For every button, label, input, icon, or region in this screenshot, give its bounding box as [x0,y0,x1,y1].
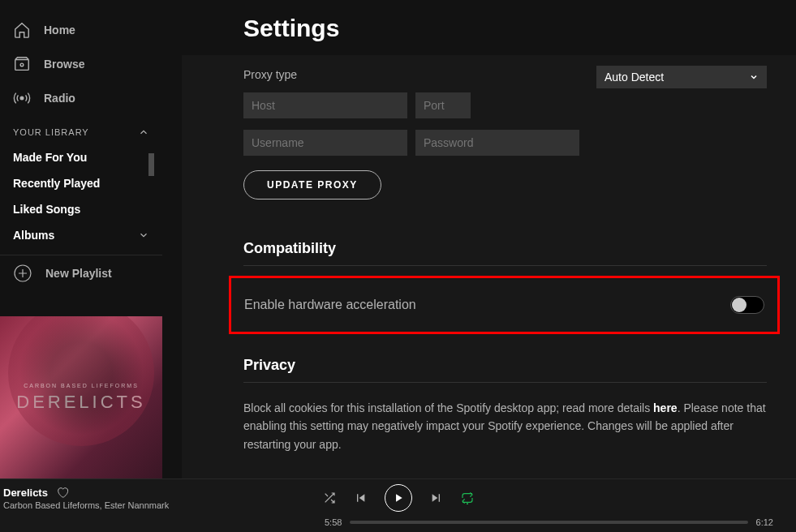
chevron-down-icon[interactable] [138,230,149,241]
chevron-up-icon[interactable] [138,127,149,138]
time-elapsed: 5:58 [325,517,342,527]
artist-name[interactable]: Carbon Based Lifeforms, Ester Nannmark [3,500,169,510]
browse-icon [13,55,31,73]
nav-label: Home [44,24,75,36]
page-title: Settings [243,15,339,42]
player-bar: Derelicts Carbon Based Lifeforms, Ester … [0,478,796,532]
nav-home[interactable]: Home [0,13,162,47]
time-total: 6:12 [756,517,773,527]
hardware-accel-label: Enable hardware acceleration [244,298,416,312]
settings-content: Proxy type Auto Detect UPDATE PROXY Comp… [182,55,796,478]
privacy-heading: Privacy [243,357,767,383]
host-input[interactable] [243,92,407,118]
username-input[interactable] [243,130,407,156]
lib-recently-played[interactable]: Recently Played [0,170,162,196]
plus-circle-icon [13,264,32,283]
next-button[interactable] [430,491,443,504]
lib-made-for-you[interactable]: Made For You [0,144,162,170]
lib-liked-songs[interactable]: Liked Songs [0,196,162,222]
privacy-here-link[interactable]: here [653,401,678,414]
svg-point-1 [20,63,24,66]
nav-label: Radio [44,92,75,105]
lib-albums[interactable]: Albums [0,222,162,248]
compatibility-heading: Compatibility [243,240,767,266]
svg-point-4 [467,503,468,504]
hardware-accel-row-highlighted: Enable hardware acceleration [229,276,780,334]
svg-point-2 [20,97,24,100]
privacy-description: Block all cookies for this installation … [243,399,767,453]
new-playlist-button[interactable]: New Playlist [0,255,162,291]
progress-row: 5:58 6:12 [325,517,773,527]
nav-radio[interactable]: Radio [0,81,162,115]
hardware-accel-toggle[interactable] [730,296,764,314]
port-input[interactable] [415,92,471,118]
repeat-button[interactable] [461,491,474,504]
radio-icon [13,89,31,107]
play-button[interactable] [385,484,412,512]
sidebar-scrollbar[interactable] [148,153,154,176]
nav-browse[interactable]: Browse [0,47,162,81]
library-header: YOUR LIBRARY [0,115,162,144]
nav-label: Browse [44,58,85,71]
track-title[interactable]: Derelicts [3,487,48,499]
now-playing-album-art[interactable]: CARBON BASED LIFEFORMS DERELICTS [0,316,162,478]
player-controls [323,484,474,512]
home-icon [13,21,31,39]
shuffle-button[interactable] [323,491,336,504]
proxy-type-select[interactable]: Auto Detect [596,66,767,88]
update-proxy-button[interactable]: UPDATE PROXY [243,170,381,200]
progress-bar[interactable] [350,521,747,524]
previous-button[interactable] [354,491,367,504]
password-input[interactable] [415,130,579,156]
now-playing-info: Derelicts Carbon Based Lifeforms, Ester … [3,486,169,510]
sidebar: Home Browse Radio YOUR LIBRARY Made For … [0,0,162,478]
svg-rect-0 [15,60,29,71]
chevron-down-icon [749,72,759,82]
heart-icon[interactable] [56,486,69,499]
